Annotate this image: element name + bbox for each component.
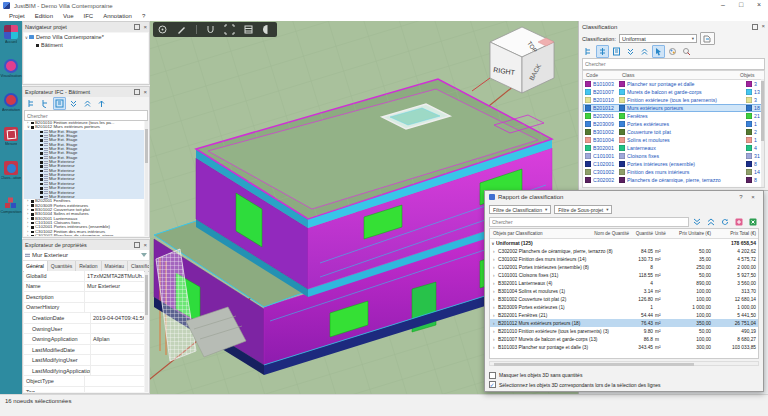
property-row[interactable]: GlobalId 1TzxM2MTA28TMuUh...	[24, 271, 144, 282]
property-row[interactable]: Description	[24, 292, 144, 303]
flat-view-icon[interactable]	[596, 45, 609, 58]
report-icon[interactable]	[610, 45, 623, 58]
highlight-selection-icon[interactable]	[652, 45, 665, 58]
export-excel-icon[interactable]	[747, 217, 759, 228]
classification-row[interactable]: B302001 Lanterneaux 4	[583, 144, 764, 152]
expand-all-icon[interactable]	[691, 217, 703, 228]
expand-all-icon[interactable]	[624, 45, 637, 58]
collapse-all-icon[interactable]	[81, 97, 94, 110]
property-row[interactable]: LastModifyingApplication	[24, 366, 144, 377]
report-option[interactable]: Masquer les objets 3D sans quantités	[489, 372, 759, 379]
maximize-button[interactable]: □	[732, 0, 750, 11]
report-search-input[interactable]	[490, 218, 688, 226]
classification-row[interactable]: C101001 Cloisons fixes 31	[583, 152, 764, 160]
menu-item[interactable]: ?	[142, 13, 145, 19]
property-row[interactable]: OwningUser	[24, 324, 144, 335]
tree-branch-icon[interactable]	[39, 97, 52, 110]
property-row[interactable]: LastModifyingUser	[24, 355, 144, 366]
menu-item[interactable]: Annotation	[103, 13, 132, 19]
property-row[interactable]: CreationDate 2019-04-04T09:41:56.0...	[24, 313, 144, 324]
float-panel-icon[interactable]	[134, 24, 140, 30]
property-row[interactable]: Name Mur Exterieur	[24, 282, 144, 293]
sidebar-item-composition[interactable]: Composition	[0, 191, 22, 225]
ifc-tree-row[interactable]: › C302002 Planchers de céramique, pierre…	[24, 234, 144, 236]
tree-view-icon[interactable]	[25, 97, 38, 110]
sidebar-item-mesure[interactable]: Mesure	[0, 123, 22, 157]
menu-item[interactable]: Projet	[9, 13, 25, 19]
properties-scrollbar[interactable]	[145, 271, 148, 392]
classification-row[interactable]: B101003 Plancher sur pontage et dalle 3	[583, 80, 764, 88]
menu-item[interactable]: IFC	[84, 13, 94, 19]
classification-scrollbar[interactable]	[761, 79, 764, 187]
float-panel-icon[interactable]	[134, 89, 140, 95]
tree-view-icon[interactable]	[582, 45, 595, 58]
close-panel-icon[interactable]: ×	[143, 90, 147, 95]
classification-row[interactable]: C301002 Finition des murs intérieurs 14	[583, 168, 764, 176]
magnet-icon[interactable]	[205, 24, 216, 35]
report-row[interactable]: B101003 Plancher sur pontage et dalle (3…	[490, 343, 758, 351]
report-row[interactable]: C102001 Portes intérieures (ensemble) (8…	[490, 263, 758, 271]
close-panel-icon[interactable]: ×	[143, 25, 147, 30]
menu-item[interactable]: Vue	[63, 13, 73, 19]
sidebar-item-visualisation[interactable]: Visualisation	[0, 55, 22, 89]
float-panel-icon[interactable]	[752, 24, 758, 30]
report-option[interactable]: Sélectionnez les objets 3D correspondant…	[489, 381, 759, 388]
filter-icon[interactable]	[141, 253, 147, 257]
property-row[interactable]: ObjectType	[24, 376, 144, 387]
orbit-icon[interactable]	[157, 24, 168, 35]
close-report-button[interactable]: ×	[747, 194, 759, 200]
report-horizontal-scrollbar[interactable]	[489, 361, 759, 366]
properties-tab[interactable]: Matériau	[102, 261, 128, 271]
classification-row[interactable]: B203009 Portes extérieures 1	[583, 120, 764, 128]
report-row[interactable]: C301002 Finition des murs intérieurs (14…	[490, 255, 758, 263]
building-node[interactable]: Bâtiment	[24, 41, 148, 49]
close-panel-icon[interactable]: ×	[143, 243, 147, 248]
close-button[interactable]: ×	[750, 0, 768, 11]
collapse-all-icon[interactable]	[705, 217, 717, 228]
properties-tab[interactable]: Général	[23, 261, 48, 271]
checkbox[interactable]	[489, 381, 496, 388]
section-icon[interactable]	[262, 24, 273, 35]
zoom-fit-icon[interactable]	[224, 24, 235, 35]
classification-filter-dropdown[interactable]: Filtre de Classification ▾	[489, 205, 551, 214]
export-report-icon[interactable]	[733, 217, 745, 228]
reset-colors-icon[interactable]	[680, 45, 693, 58]
property-row[interactable]: LastModifiedDate	[24, 345, 144, 356]
sidebar-item-classification[interactable]: Class...ation	[0, 157, 22, 191]
classification-dropdown[interactable]: Uniformat ▾	[619, 34, 697, 43]
layers-icon[interactable]	[243, 24, 254, 35]
classification-search-input[interactable]	[583, 59, 764, 69]
classification-row[interactable]: C102001 Portes intérieures (ensemble) 8	[583, 160, 764, 168]
classification-row[interactable]: B301002 Couverture toit plat 2	[583, 128, 764, 136]
report-row[interactable]: B203009 Portes extérieures (1) 1 1 000,0…	[490, 303, 758, 311]
sidebar-item-annotation[interactable]: Annotation	[0, 89, 22, 123]
float-panel-icon[interactable]	[134, 242, 140, 248]
report-row[interactable]: B201012 Murs extérieurs porteurs (18) 76…	[490, 319, 758, 327]
report-group-row[interactable]: ∨ Uniformat (125) 178 658,54	[490, 239, 758, 247]
report-row[interactable]: B301004 Solins et moulures (1) 3.14 m² 1…	[490, 287, 758, 295]
properties-tab[interactable]: Relation	[76, 261, 101, 271]
classification-row[interactable]: B301004 Solins et moulures 1	[583, 136, 764, 144]
sidebar-item-accueil[interactable]: Accueil	[0, 21, 22, 55]
paint-select-icon[interactable]	[176, 24, 187, 35]
import-classification-button[interactable]	[700, 32, 715, 45]
property-row[interactable]: OwningApplication Allplan	[24, 334, 144, 345]
report-row[interactable]: C101001 Cloisons fixes (31) 118.55 m² 50…	[490, 271, 758, 279]
classification-row[interactable]: B201007 Murets de balcon et garde-corps …	[583, 88, 764, 96]
menu-item[interactable]: Edition	[35, 13, 53, 19]
close-panel-icon[interactable]: ×	[761, 24, 765, 29]
report-row[interactable]: B201007 Murets de balcon et garde-corps …	[490, 335, 758, 343]
report-row[interactable]: B202001 Fenêtres (21) 54.44 m² 100,00 5 …	[490, 311, 758, 319]
classification-row[interactable]: B201012 Murs extérieurs porteurs 18	[583, 104, 764, 112]
report-row[interactable]: B302001 Lanterneaux (4) 4 890,00 3 560,0…	[490, 279, 758, 287]
help-button[interactable]: ?	[735, 194, 747, 200]
ifc-tree-scrollbar[interactable]	[145, 121, 148, 236]
refresh-icon[interactable]	[719, 217, 731, 228]
property-row[interactable]: Tag	[24, 387, 144, 392]
select-in-tree-icon[interactable]	[53, 97, 66, 110]
colorize-icon[interactable]	[666, 45, 679, 58]
ifc-search-input[interactable]	[25, 111, 147, 120]
expand-all-icon[interactable]	[67, 97, 80, 110]
classification-row[interactable]: B202001 Fenêtres 21	[583, 112, 764, 120]
properties-tab[interactable]: Classification	[128, 261, 149, 271]
